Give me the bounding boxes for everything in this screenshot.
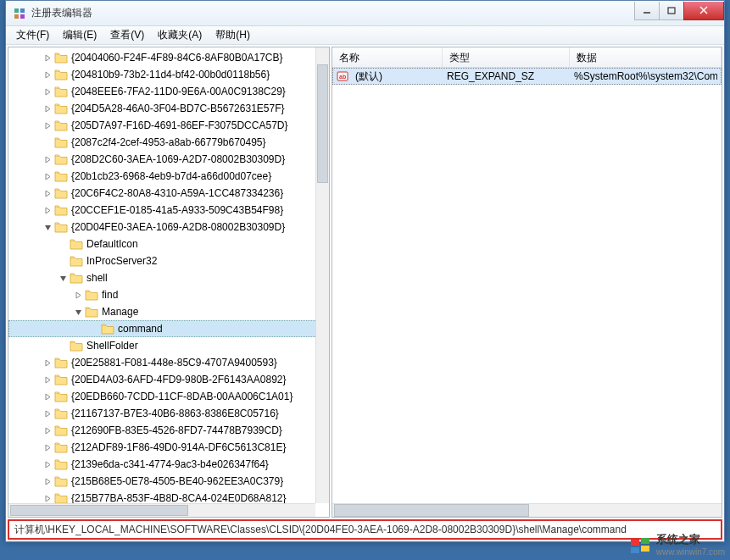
- folder-icon: [54, 424, 68, 436]
- tree-node[interactable]: DefaultIcon: [8, 236, 329, 252]
- tree-node[interactable]: ShellFolder: [8, 337, 329, 354]
- list-row[interactable]: ab(默认)REG_EXPAND_SZ%SystemRoot%\system32…: [332, 68, 722, 85]
- expand-icon[interactable]: [73, 290, 83, 300]
- tree-node-label: find: [102, 289, 118, 301]
- close-button[interactable]: [683, 2, 724, 20]
- folder-icon: [54, 204, 68, 216]
- tree-node[interactable]: InProcServer32: [8, 252, 329, 269]
- tree-node[interactable]: {21167137-B7E3-40B6-8863-8386E8C05716}: [8, 405, 329, 422]
- expand-icon[interactable]: [42, 154, 53, 164]
- collapse-icon[interactable]: [73, 307, 83, 317]
- tree-scrollbar-horizontal[interactable]: [8, 503, 315, 517]
- col-type[interactable]: 类型: [443, 47, 570, 67]
- expand-icon[interactable]: [42, 442, 53, 452]
- tree-node-label: shell: [86, 272, 108, 284]
- expand-icon[interactable]: [42, 69, 53, 80]
- tree-node[interactable]: find: [8, 286, 329, 303]
- expand-icon[interactable]: [42, 205, 53, 215]
- content-area: {20404060-F24F-4F89-84C6-8AF80B0A17CB}{2…: [6, 45, 724, 519]
- expander-blank: [58, 341, 68, 351]
- tree-node[interactable]: {204810b9-73b2-11d4-bf42-00b0d0118b56}: [8, 66, 329, 83]
- tree-pane[interactable]: {20404060-F24F-4F89-84C6-8AF80B0A17CB}{2…: [8, 47, 330, 518]
- tree-node[interactable]: Manage: [8, 303, 329, 320]
- tree-node[interactable]: {20ED4A03-6AFD-4FD9-980B-2F6143AA0892}: [8, 371, 329, 388]
- folder-icon: [70, 255, 83, 267]
- folder-icon: [54, 103, 68, 114]
- folder-icon: [54, 357, 68, 369]
- window-title: 注册表编辑器: [31, 6, 635, 20]
- tree-node[interactable]: {208D2C60-3AEA-1069-A2D7-08002B30309D}: [8, 151, 329, 168]
- value-list-pane: 名称 类型 数据 ab(默认)REG_EXPAND_SZ%SystemRoot%…: [332, 47, 722, 518]
- expand-icon[interactable]: [42, 103, 53, 114]
- maximize-button[interactable]: [659, 2, 684, 20]
- tree-node[interactable]: shell: [8, 269, 329, 286]
- tree-node-label: {20C6F4C2-80A8-4310-A59A-1CC487334236}: [71, 187, 283, 199]
- tree-node[interactable]: {215B68E5-0E78-4505-BE40-962EE3A0C379}: [8, 473, 329, 490]
- tree-node-label: {2087c2f4-2cef-4953-a8ab-66779b670495}: [71, 136, 266, 148]
- col-data[interactable]: 数据: [570, 47, 722, 67]
- tree-node[interactable]: {20C6F4C2-80A8-4310-A59A-1CC487334236}: [8, 185, 329, 202]
- scroll-thumb[interactable]: [334, 504, 529, 517]
- tree-node[interactable]: {20b1cb23-6968-4eb9-b7d4-a66d00d07cee}: [8, 168, 329, 185]
- tree-node-label: {2048EEE6-7FA2-11D0-9E6A-00A0C9138C29}: [71, 86, 286, 97]
- expand-icon[interactable]: [42, 391, 53, 402]
- tree-scrollbar-vertical[interactable]: [315, 47, 329, 503]
- titlebar[interactable]: 注册表编辑器: [6, 1, 724, 26]
- tree-node[interactable]: {20EDB660-7CDD-11CF-8DAB-00AA006C1A01}: [8, 388, 329, 405]
- menu-file[interactable]: 文件(F): [9, 26, 56, 44]
- folder-icon: [54, 86, 68, 97]
- menu-edit[interactable]: 编辑(E): [56, 26, 103, 44]
- tree-node[interactable]: {20404060-F24F-4F89-84C6-8AF80B0A17CB}: [8, 49, 329, 66]
- folder-icon: [54, 374, 68, 385]
- folder-icon: [54, 441, 68, 453]
- collapse-icon[interactable]: [42, 222, 53, 232]
- expand-icon[interactable]: [42, 408, 53, 419]
- expand-icon[interactable]: [42, 188, 53, 198]
- svg-rect-0: [14, 8, 19, 13]
- list-body[interactable]: ab(默认)REG_EXPAND_SZ%SystemRoot%\system32…: [332, 68, 722, 503]
- expand-icon[interactable]: [42, 459, 53, 469]
- expand-icon[interactable]: [42, 374, 53, 385]
- svg-rect-3: [20, 14, 25, 19]
- tree-node-label: {20b1cb23-6968-4eb9-b7d4-a66d00d07cee}: [71, 170, 271, 182]
- menu-favorites[interactable]: 收藏夹(A): [151, 26, 209, 44]
- svg-text:ab: ab: [339, 74, 346, 80]
- tree-node[interactable]: command: [8, 320, 329, 337]
- expander-blank: [58, 239, 68, 249]
- tree-node[interactable]: {205D7A97-F16D-4691-86EF-F3075DCCA57D}: [8, 117, 329, 134]
- expand-icon[interactable]: [42, 493, 53, 503]
- expand-icon[interactable]: [42, 171, 53, 181]
- tree-node[interactable]: {2087c2f4-2cef-4953-a8ab-66779b670495}: [8, 134, 329, 151]
- tree-node[interactable]: {212ADF89-1F86-49D0-914A-DF6C5613C81E}: [8, 439, 329, 456]
- tree-node[interactable]: {20E25881-F081-448e-85C9-4707A9400593}: [8, 354, 329, 371]
- scroll-thumb[interactable]: [10, 505, 188, 516]
- menu-view[interactable]: 查看(V): [103, 26, 151, 44]
- tree-node-label: {20404060-F24F-4F89-84C6-8AF80B0A17CB}: [71, 52, 283, 64]
- tree-node[interactable]: {2048EEE6-7FA2-11D0-9E6A-00A0C9138C29}: [8, 83, 329, 100]
- minimize-button[interactable]: [634, 2, 660, 20]
- tree-node[interactable]: {20D04FE0-3AEA-1069-A2D8-08002B30309D}: [8, 219, 329, 236]
- list-header[interactable]: 名称 类型 数据: [332, 47, 722, 68]
- expand-icon[interactable]: [42, 120, 53, 130]
- tree-node-label: {212ADF89-1F86-49D0-914A-DF6C5613C81E}: [71, 441, 286, 453]
- tree-node[interactable]: {2139e6da-c341-4774-9ac3-b4e026347f64}: [8, 456, 329, 473]
- expand-icon[interactable]: [42, 53, 53, 63]
- statusbar-path: 计算机\HKEY_LOCAL_MACHINE\SOFTWARE\Classes\…: [8, 519, 722, 540]
- col-name[interactable]: 名称: [332, 47, 443, 67]
- tree-node-label: {21167137-B7E3-40B6-8863-8386E8C05716}: [71, 408, 279, 419]
- collapse-icon[interactable]: [58, 273, 68, 283]
- tree-node-label: InProcServer32: [86, 255, 157, 267]
- expand-icon[interactable]: [42, 476, 53, 486]
- tree-node-label: {212690FB-83E5-4526-8FD7-74478B7939CD}: [71, 424, 282, 436]
- tree-node[interactable]: {20CCEF1E-0185-41a5-A933-509C43B54F98}: [8, 202, 329, 219]
- expand-icon[interactable]: [42, 358, 53, 368]
- tree-node-label: {215B77BA-853F-4B8D-8CA4-024E0D68A812}: [71, 492, 287, 504]
- tree-node[interactable]: {212690FB-83E5-4526-8FD7-74478B7939CD}: [8, 422, 329, 439]
- expand-icon[interactable]: [42, 425, 53, 435]
- list-scrollbar-horizontal[interactable]: [332, 503, 722, 517]
- window-buttons: [635, 2, 724, 20]
- tree-node[interactable]: {204D5A28-46A0-3F04-BD7C-B5672631E57F}: [8, 100, 329, 117]
- expand-icon[interactable]: [42, 86, 53, 97]
- menu-help[interactable]: 帮助(H): [209, 26, 257, 44]
- scroll-thumb[interactable]: [317, 64, 328, 183]
